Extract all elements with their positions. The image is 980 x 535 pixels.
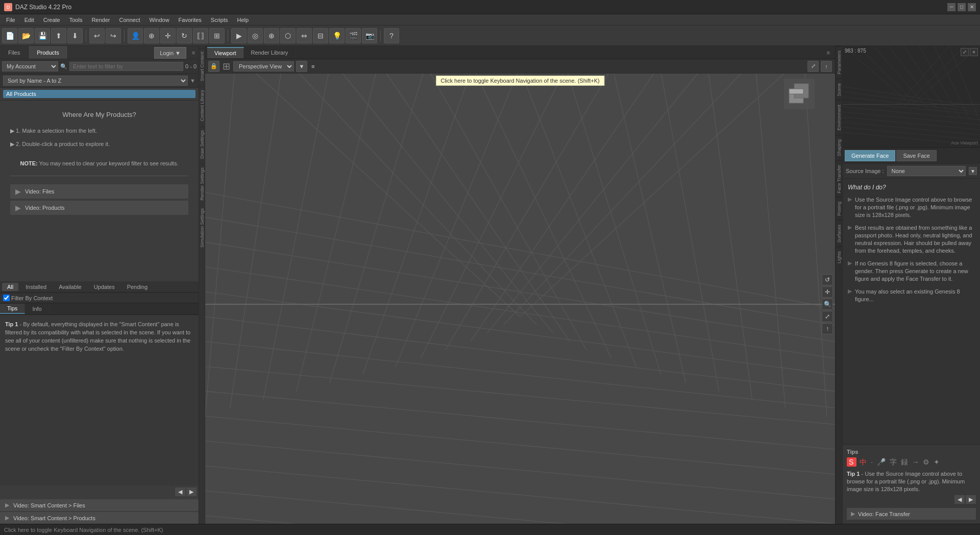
maximize-button[interactable]: □ xyxy=(958,3,966,11)
node-editor[interactable]: ⬡ xyxy=(280,28,296,43)
new-button[interactable]: 📄 xyxy=(2,28,17,43)
menu-file[interactable]: File xyxy=(2,16,19,24)
figure-button[interactable]: 👤 xyxy=(128,28,143,43)
sort-menu-icon[interactable]: ▼ xyxy=(190,78,195,84)
menu-scripts[interactable]: Scripts xyxy=(207,16,232,24)
install-tab-pending[interactable]: Pending xyxy=(122,283,153,291)
rpl-face-transfer[interactable]: Face Transfer xyxy=(836,160,842,198)
rpl-scene[interactable]: Scene xyxy=(836,79,842,101)
menu-connect[interactable]: Connect xyxy=(115,16,144,24)
tab-products[interactable]: Products xyxy=(29,46,67,59)
help-button[interactable]: ? xyxy=(384,28,399,43)
aux-expand-button[interactable]: ⤢ xyxy=(961,48,969,56)
draw-settings-label[interactable]: Draw Settings xyxy=(199,127,206,162)
align-button[interactable]: ⇔ xyxy=(297,28,312,43)
login-button[interactable]: Login ▼ xyxy=(154,47,186,59)
minimize-button[interactable]: ─ xyxy=(947,3,955,11)
render-settings-label[interactable]: Render Settings xyxy=(199,164,206,204)
tips-br-next-button[interactable]: ▶ xyxy=(966,495,976,504)
tab-viewport[interactable]: Viewport xyxy=(207,47,244,58)
tips-br-prev-button[interactable]: ◀ xyxy=(954,495,965,504)
export-button[interactable]: ⬇ xyxy=(67,28,83,43)
sort-select[interactable]: Sort by Name - A to Z xyxy=(3,76,188,86)
video-files-button[interactable]: ▶ Video: Files xyxy=(10,184,188,199)
menu-favorites[interactable]: Favorites xyxy=(175,16,206,24)
ov-scroll-button[interactable]: ↑ xyxy=(822,323,833,334)
rpl-shaping[interactable]: Shaping xyxy=(836,135,842,160)
save-button[interactable]: 💾 xyxy=(35,28,50,43)
tab-files[interactable]: Files xyxy=(0,46,29,59)
pose-button[interactable]: ⊕ xyxy=(144,28,159,43)
install-tab-updates[interactable]: Updates xyxy=(89,283,120,291)
simulation-settings-label[interactable]: Simulation Settings xyxy=(199,205,206,251)
rpl-environment[interactable]: Environment xyxy=(836,100,842,135)
move-tool[interactable]: ✛ xyxy=(160,28,176,43)
generate-face-button[interactable]: Generate Face xyxy=(845,150,895,161)
group-button[interactable]: ⊟ xyxy=(313,28,328,43)
tips-next-button[interactable]: ▶ xyxy=(186,488,197,496)
menu-help[interactable]: Help xyxy=(233,16,253,24)
rpl-parameters[interactable]: Parameters xyxy=(836,46,842,79)
rpl-surfaces[interactable]: Surfaces xyxy=(836,220,842,247)
aux-viewport[interactable]: 983 : 875 xyxy=(843,46,980,148)
source-image-select[interactable]: None xyxy=(887,166,966,176)
video-smartcontent-products-button[interactable]: ▶ Video: Smart Content > Products xyxy=(0,512,199,524)
ov-orbit-button[interactable]: ↺ xyxy=(822,274,833,285)
viewport-3d[interactable]: Click here to toggle Keyboard Navigation… xyxy=(205,74,835,535)
rotate-tool[interactable]: ↻ xyxy=(177,28,192,43)
camera-button[interactable]: 📷 xyxy=(362,28,377,43)
3d-cube-nav[interactable] xyxy=(784,79,815,109)
save-face-button[interactable]: Save Face xyxy=(896,150,937,161)
add-button[interactable]: ⊕ xyxy=(264,28,279,43)
menu-edit[interactable]: Edit xyxy=(20,16,38,24)
view-lock-button[interactable]: 🔒 xyxy=(208,61,219,72)
content-library-label[interactable]: Content Library xyxy=(199,86,206,125)
select-tool[interactable]: ▶ xyxy=(231,28,247,43)
open-button[interactable]: 📂 xyxy=(18,28,34,43)
headlamp-button[interactable]: 💡 xyxy=(329,28,345,43)
source-expand-button[interactable]: ▼ xyxy=(969,167,977,175)
filter-by-context-label[interactable]: Filter By Context xyxy=(3,295,53,301)
view-menu-icon[interactable]: ≡ xyxy=(311,63,314,69)
menu-render[interactable]: Render xyxy=(87,16,114,24)
account-select[interactable]: My Account xyxy=(2,61,58,71)
window-controls[interactable]: ─ □ ✕ xyxy=(947,3,976,11)
rpl-lights[interactable]: Lights xyxy=(836,247,842,268)
menu-create[interactable]: Create xyxy=(39,16,64,24)
tips-prev-button[interactable]: ◀ xyxy=(175,488,185,496)
aux-menu-button[interactable]: ≡ xyxy=(970,48,978,56)
panel-menu-button[interactable]: ≡ xyxy=(188,46,199,59)
view-mode-select[interactable]: Perspective View Front View Side View To… xyxy=(233,61,294,71)
install-tab-installed[interactable]: Installed xyxy=(20,283,52,291)
redo-button[interactable]: ↪ xyxy=(106,28,121,43)
render-button[interactable]: 🎬 xyxy=(346,28,361,43)
ov-pan-button[interactable]: ✛ xyxy=(822,286,833,298)
video-products-button[interactable]: ▶ Video: Products xyxy=(10,201,188,215)
tab-render-library[interactable]: Render Library xyxy=(244,47,296,58)
loop-button[interactable]: ◎ xyxy=(248,28,263,43)
scale-tool[interactable]: ⟦⟧ xyxy=(193,28,208,43)
close-button[interactable]: ✕ xyxy=(968,3,976,11)
view-orbit-button[interactable]: ↑ xyxy=(821,61,832,72)
menu-window[interactable]: Window xyxy=(145,16,173,24)
menu-tools[interactable]: Tools xyxy=(65,16,87,24)
install-tab-available[interactable]: Available xyxy=(54,283,86,291)
bottom-tab-info[interactable]: Info xyxy=(25,304,49,313)
rpl-posing[interactable]: Posing xyxy=(836,197,842,220)
undo-button[interactable]: ↩ xyxy=(89,28,105,43)
ov-zoom-button[interactable]: 🔍 xyxy=(822,299,833,310)
import-button[interactable]: ⬆ xyxy=(51,28,66,43)
transform-tool[interactable]: ⊞ xyxy=(209,28,225,43)
bottom-tab-tips[interactable]: Tips xyxy=(0,304,25,314)
search-input[interactable] xyxy=(69,62,183,71)
video-face-transfer-button[interactable]: ▶ Video: Face Transfer xyxy=(847,508,976,520)
viewport-menu-icon[interactable]: ≡ xyxy=(824,50,833,56)
category-all-products[interactable]: All Products xyxy=(3,90,195,98)
install-tab-all[interactable]: All xyxy=(2,283,18,291)
view-fit-button[interactable]: ⤢ xyxy=(807,61,819,72)
smart-content-label[interactable]: Smart Content xyxy=(199,48,206,84)
ov-fit-button[interactable]: ⤢ xyxy=(822,311,833,322)
filter-by-context-checkbox[interactable] xyxy=(3,295,10,301)
video-smartcontent-files-button[interactable]: ▶ Video: Smart Content > Files xyxy=(0,499,199,511)
view-dropdown-button[interactable]: ▼ xyxy=(296,61,307,72)
